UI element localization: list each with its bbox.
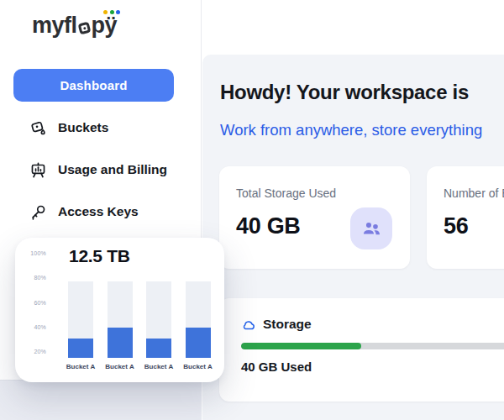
stat-value: 56 xyxy=(444,213,504,239)
chart-category-label: Bucket A xyxy=(101,363,139,370)
chart-y-axis: 100% 80% 60% 40% 20% xyxy=(24,250,46,354)
y-tick: 80% xyxy=(34,275,46,281)
bucket-icon xyxy=(29,119,47,137)
stat-card-number-of-buckets: Number of Buckets 56 xyxy=(427,166,504,269)
chart-bar-fill xyxy=(68,339,93,358)
sidebar-item-dashboard[interactable]: Dashboard xyxy=(13,69,174,102)
sidebar-item-label: Access Keys xyxy=(58,204,139,219)
y-tick: 40% xyxy=(34,324,46,330)
storage-progress-fill xyxy=(241,343,361,349)
chart-bar xyxy=(146,281,171,358)
easel-chart-icon xyxy=(29,161,47,179)
stat-label: Number of Buckets xyxy=(444,186,504,200)
sidebar-item-buckets[interactable]: Buckets xyxy=(0,107,202,149)
y-tick: 20% xyxy=(34,349,46,354)
storage-chart-card: 12.5 TB 100% 80% 60% 40% 20% Bucket A Bu… xyxy=(15,238,224,382)
logo-text-prefix: myfl xyxy=(32,13,77,38)
sidebar-item-access-keys[interactable]: Access Keys xyxy=(0,191,202,233)
logo-text-suffix: pÿ xyxy=(92,13,118,38)
users-icon xyxy=(350,207,392,249)
main-area: Howdy! Your workspace is Work from anywh… xyxy=(202,0,504,420)
chart-bar-fill xyxy=(108,328,133,358)
storage-card: Storage 40 GB Used xyxy=(219,298,504,402)
chart-bar xyxy=(68,281,93,358)
chart-bar xyxy=(186,281,211,358)
sidebar-item-usage-and-billing[interactable]: Usage and Billing xyxy=(0,149,202,191)
logo-bucket-glyph xyxy=(77,22,91,35)
chart-category-label: Bucket A xyxy=(179,363,218,370)
storage-used-label: 40 GB Used xyxy=(241,360,504,374)
y-tick: 100% xyxy=(30,250,46,256)
cloud-icon xyxy=(241,318,255,332)
page-subtitle: Work from anywhere, store everything xyxy=(220,121,482,139)
chart-title: 12.5 TB xyxy=(69,246,130,266)
sidebar-item-label: Usage and Billing xyxy=(58,162,167,177)
chart-category-label: Bucket A xyxy=(139,363,178,370)
logo-color-dots xyxy=(103,10,120,14)
chart-bar-fill xyxy=(186,328,211,358)
app-logo[interactable]: myflpÿ xyxy=(32,12,117,39)
y-tick: 60% xyxy=(34,300,46,306)
stat-label: Total Storage Used xyxy=(236,186,393,200)
chart-category-label: Bucket A xyxy=(61,363,100,370)
chart-bar-fill xyxy=(146,339,171,358)
sidebar-nav: Buckets Usage and Billing xyxy=(0,107,202,233)
storage-progress-bar xyxy=(241,343,504,349)
chart-bar xyxy=(108,281,133,358)
stat-card-total-storage: Total Storage Used 40 GB xyxy=(219,166,410,269)
storage-title: Storage xyxy=(263,317,312,332)
key-icon xyxy=(29,203,47,221)
sidebar-item-label: Buckets xyxy=(58,120,108,135)
page-title: Howdy! Your workspace is xyxy=(220,81,469,104)
